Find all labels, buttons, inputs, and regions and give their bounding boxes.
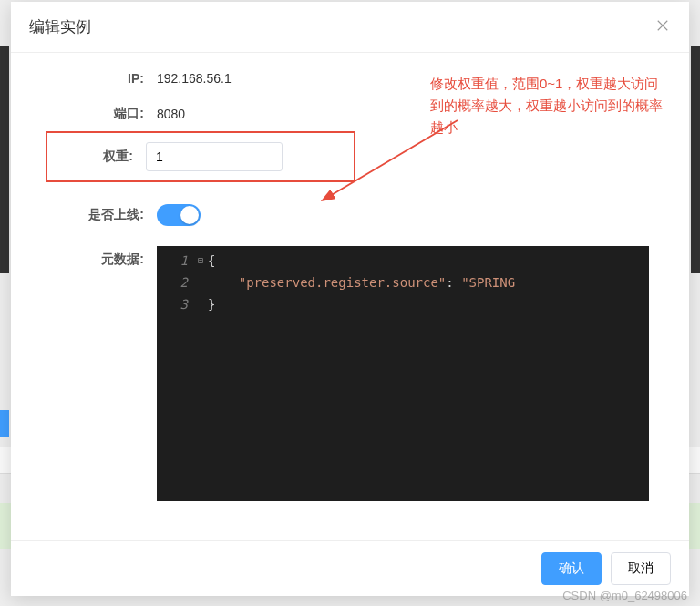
- row-online: 是否上线:: [47, 204, 653, 226]
- label-ip: IP:: [47, 71, 157, 86]
- label-online: 是否上线:: [47, 207, 157, 223]
- code-line: 1 ⊟ {: [157, 250, 649, 272]
- code-text: "preserved.register.source": "SPRING: [208, 272, 515, 293]
- confirm-button[interactable]: 确认: [541, 552, 602, 585]
- dialog-body: 修改权重值，范围0~1，权重越大访问到的概率越大，权重越小访问到的概率越小 IP…: [11, 53, 689, 540]
- label-weight: 权重:: [47, 149, 146, 165]
- value-port: 8080: [157, 107, 185, 121]
- watermark: CSDN @m0_62498006: [562, 589, 687, 602]
- code-line: 2 "preserved.register.source": "SPRING: [157, 272, 649, 293]
- label-port: 端口:: [47, 106, 157, 122]
- dialog-header: 编辑实例: [11, 2, 689, 53]
- line-number: 3: [157, 293, 193, 315]
- line-number: 1: [157, 250, 193, 272]
- edit-instance-dialog: 编辑实例 修改权重值，范围0~1，权重越大访问到的概率越大，权重越小访问到的概率…: [11, 2, 689, 596]
- weight-input[interactable]: [146, 142, 283, 171]
- code-text: {: [208, 250, 215, 272]
- value-ip: 192.168.56.1: [157, 71, 232, 86]
- online-toggle[interactable]: [157, 204, 201, 226]
- row-metadata: 元数据: 1 ⊟ { 2 "preserved.register.source"…: [47, 246, 653, 501]
- close-icon[interactable]: [654, 17, 671, 36]
- line-number: 2: [157, 272, 193, 293]
- cancel-button[interactable]: 取消: [611, 552, 671, 585]
- dialog-title: 编辑实例: [29, 16, 91, 37]
- label-metadata: 元数据:: [47, 246, 157, 268]
- code-text: }: [208, 293, 215, 315]
- fold-icon[interactable]: ⊟: [193, 250, 208, 272]
- code-line: 3 }: [157, 293, 649, 315]
- annotation-text: 修改权重值，范围0~1，权重越大访问到的概率越大，权重越小访问到的概率越小: [430, 73, 667, 139]
- metadata-editor[interactable]: 1 ⊟ { 2 "preserved.register.source": "SP…: [157, 246, 649, 501]
- dialog-footer: 确认 取消: [11, 540, 689, 596]
- weight-highlight-box: 权重:: [46, 131, 355, 182]
